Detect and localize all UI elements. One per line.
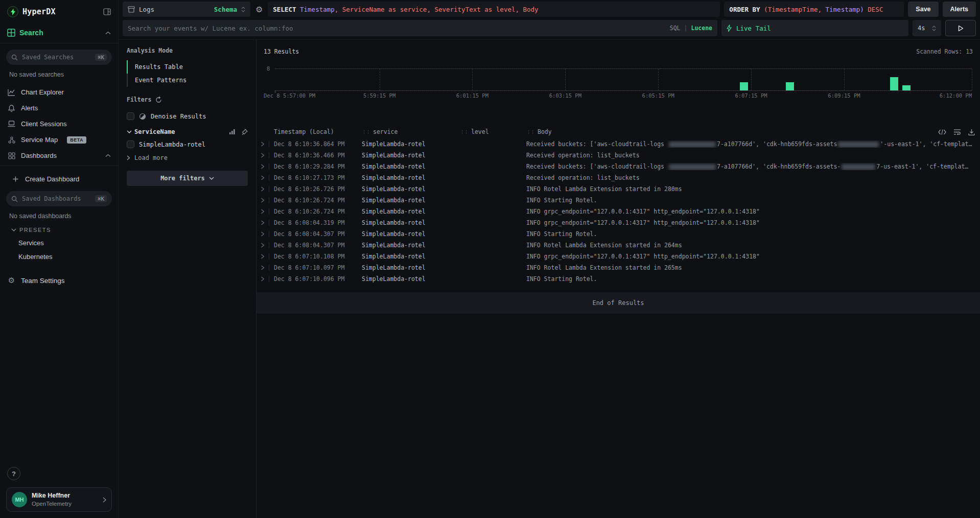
column-header-timestamp[interactable]: Timestamp (Local)	[274, 128, 362, 135]
row-expand-chevron-icon[interactable]	[261, 141, 274, 147]
stepper-chevrons-icon[interactable]	[932, 26, 936, 31]
lang-sql[interactable]: SQL	[670, 25, 681, 32]
preset-item-kubernetes[interactable]: Kubernetes	[6, 250, 112, 264]
database-icon	[128, 6, 135, 13]
create-dashboard-button[interactable]: Create Dashboard	[6, 171, 112, 187]
sidebar-section-search[interactable]: Search	[6, 25, 112, 41]
user-card[interactable]: MH Mike Heffner OpenTelemetry	[6, 487, 112, 512]
mode-event-patterns[interactable]: Event Patterns	[127, 74, 248, 87]
presets-toggle[interactable]: PRESETS	[6, 222, 112, 236]
interval-stepper[interactable]: 4s	[913, 20, 941, 36]
redacted-text	[842, 164, 875, 170]
download-icon[interactable]	[968, 129, 975, 135]
help-button[interactable]: ?	[7, 467, 20, 480]
preset-item-services[interactable]: Services	[6, 236, 112, 250]
row-expand-chevron-icon[interactable]	[261, 152, 274, 158]
sidebar-item-team-settings[interactable]: ⚙ Team Settings	[6, 272, 112, 289]
table-row[interactable]: Dec 8 6:10:29.284 PMSimpleLambda-rotelRe…	[256, 161, 980, 172]
source-select[interactable]: Logs Schema	[123, 2, 250, 17]
chart-gridline	[380, 69, 380, 90]
saved-searches-search[interactable]: ⌘K	[6, 50, 112, 65]
table-row[interactable]: Dec 8 6:07:10.108 PMSimpleLambda-rotelIN…	[256, 251, 980, 262]
play-button[interactable]	[945, 20, 976, 36]
table-row[interactable]: Dec 8 6:10:26.726 PMSimpleLambda-rotelIN…	[256, 183, 980, 195]
live-tail-button[interactable]: Live Tail	[721, 20, 908, 36]
lang-lucene[interactable]: Lucene	[691, 25, 712, 32]
mode-results-table[interactable]: Results Table	[127, 60, 248, 74]
filter-value-checkbox[interactable]	[127, 140, 134, 148]
cell-timestamp: Dec 8 6:10:26.724 PM	[274, 208, 362, 215]
kbd-shortcut: ⌘K	[95, 195, 107, 202]
row-expand-chevron-icon[interactable]	[261, 175, 274, 181]
sidebar-item-dashboards[interactable]: Dashboards	[6, 148, 112, 163]
row-expand-chevron-icon[interactable]	[261, 242, 274, 248]
filter-value-row[interactable]: SimpleLambda-rotel	[127, 137, 248, 151]
column-header-level[interactable]: ⋮⋮ level	[460, 128, 526, 135]
row-expand-chevron-icon[interactable]	[261, 265, 274, 271]
source-settings-gear-icon[interactable]: ⚙	[254, 5, 264, 14]
chevron-up-icon[interactable]	[105, 154, 111, 157]
saved-searches-input[interactable]	[22, 54, 91, 61]
chart-bar[interactable]	[786, 82, 794, 90]
code-view-icon[interactable]	[938, 129, 946, 135]
saved-dashboards-search[interactable]: ⌘K	[6, 191, 112, 206]
column-header-body[interactable]: ⋮⋮ Body	[526, 128, 975, 135]
analysis-mode-list: Results Table Event Patterns	[127, 60, 248, 87]
wrap-lines-icon[interactable]	[953, 129, 961, 135]
sidebar-item-alerts[interactable]: Alerts	[6, 100, 112, 116]
drag-handle-icon[interactable]: ⋮⋮	[460, 129, 468, 134]
chart-bar[interactable]	[740, 82, 748, 90]
table-row[interactable]: Dec 8 6:08:04.307 PMSimpleLambda-rotelIN…	[256, 240, 980, 251]
saved-dashboards-input[interactable]	[22, 195, 91, 202]
orderby-bar[interactable]: ORDER BY (TimestampTime, Timestamp) DESC	[724, 2, 904, 17]
drag-handle-icon[interactable]: ⋮⋮	[526, 129, 534, 134]
row-expand-chevron-icon[interactable]	[261, 186, 274, 192]
table-row[interactable]: Dec 8 6:08:04.307 PMSimpleLambda-rotelIN…	[256, 228, 980, 240]
cell-service: SimpleLambda-rotel	[362, 197, 460, 204]
event-search-input[interactable]	[128, 25, 666, 32]
select-query-bar[interactable]: SELECT Timestamp, ServiceName as service…	[268, 2, 720, 17]
table-row[interactable]: Dec 8 6:10:36.466 PMSimpleLambda-rotelRe…	[256, 150, 980, 161]
row-expand-chevron-icon[interactable]	[261, 163, 274, 170]
row-expand-chevron-icon[interactable]	[261, 231, 274, 237]
search-icon	[11, 196, 18, 202]
table-row[interactable]: Dec 8 6:10:26.724 PMSimpleLambda-rotelIN…	[256, 195, 980, 206]
drag-handle-icon[interactable]: ⋮⋮	[362, 129, 370, 134]
row-expand-chevron-icon[interactable]	[261, 253, 274, 260]
row-expand-chevron-icon[interactable]	[261, 197, 274, 203]
chart-bar[interactable]	[890, 77, 898, 90]
table-row[interactable]: Dec 8 6:07:10.097 PMSimpleLambda-rotelIN…	[256, 262, 980, 273]
table-row[interactable]: Dec 8 6:10:36.864 PMSimpleLambda-rotelRe…	[256, 138, 980, 150]
load-more-button[interactable]: Load more	[127, 151, 248, 164]
cell-timestamp: Dec 8 6:10:27.173 PM	[274, 174, 362, 181]
sidebar-item-chart-explorer[interactable]: Chart Explorer	[6, 84, 112, 100]
sidebar-item-service-map[interactable]: Service Map BETA	[6, 132, 112, 148]
chevron-right-icon	[103, 497, 106, 503]
kbd-shortcut: ⌘K	[95, 54, 107, 61]
sidebar-item-client-sessions[interactable]: Client Sessions	[6, 116, 112, 132]
row-expand-chevron-icon[interactable]	[261, 276, 274, 282]
column-header-service[interactable]: ⋮⋮ service	[362, 128, 460, 135]
chart-bar[interactable]	[902, 85, 911, 91]
mini-bar-chart-icon[interactable]	[229, 129, 236, 135]
filter-group-servicename[interactable]: ServiceName	[127, 123, 248, 137]
table-row[interactable]: Dec 8 6:10:26.724 PMSimpleLambda-rotelIN…	[256, 206, 980, 217]
chart-plot[interactable]: 8	[275, 68, 972, 91]
refresh-icon[interactable]	[155, 97, 162, 103]
event-search-bar[interactable]: SQL | Lucene	[123, 20, 717, 36]
alerts-button[interactable]: Alerts	[943, 2, 976, 17]
sidebar-collapse-icon[interactable]	[103, 8, 111, 15]
chevron-up-icon[interactable]	[105, 31, 111, 35]
save-button[interactable]: Save	[908, 2, 938, 17]
denoise-checkbox[interactable]	[127, 112, 134, 120]
row-expand-chevron-icon[interactable]	[261, 208, 274, 215]
table-row[interactable]: Dec 8 6:08:04.319 PMSimpleLambda-rotelIN…	[256, 217, 980, 228]
row-expand-chevron-icon[interactable]	[261, 220, 274, 226]
select-chevrons-icon	[241, 7, 245, 12]
denoise-results-row[interactable]: Denoise Results	[127, 109, 248, 123]
more-filters-button[interactable]: More filters	[127, 171, 248, 186]
table-row[interactable]: Dec 8 6:07:10.096 PMSimpleLambda-rotelIN…	[256, 273, 980, 285]
table-row[interactable]: Dec 8 6:10:27.173 PMSimpleLambda-rotelRe…	[256, 172, 980, 183]
select-keyword: SELECT	[273, 6, 296, 13]
pin-icon[interactable]	[242, 129, 248, 135]
